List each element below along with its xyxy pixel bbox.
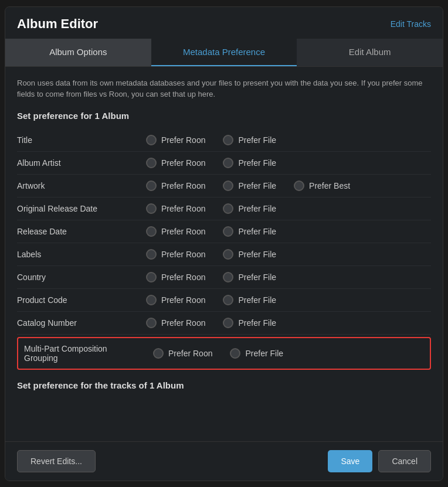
album-artist-file-radio[interactable] [223, 158, 233, 168]
modal-title: Album Editor [17, 16, 98, 32]
row-release-date-label: Release Date [17, 227, 146, 236]
multipart-file-radio[interactable] [230, 348, 240, 359]
row-artwork-label: Artwork [17, 181, 146, 190]
release-date-file-radio[interactable] [223, 226, 233, 237]
product-code-prefer-roon[interactable]: Prefer Roon [146, 295, 205, 305]
row-multipart-composition: Multi-Part CompositionGrouping Prefer Ro… [17, 337, 431, 370]
album-artist-roon-radio[interactable] [146, 158, 157, 168]
row-title-label: Title [17, 135, 146, 145]
row-album-artist-label: Album Artist [17, 158, 146, 168]
row-original-release-date-options: Prefer Roon Prefer File [146, 203, 276, 214]
title-roon-radio[interactable] [146, 135, 157, 145]
original-release-date-prefer-file[interactable]: Prefer File [223, 203, 276, 214]
album-artist-prefer-roon[interactable]: Prefer Roon [146, 158, 205, 168]
row-country: Country Prefer Roon Prefer File [17, 266, 431, 289]
cancel-button[interactable]: Cancel [378, 450, 431, 472]
row-product-code-options: Prefer Roon Prefer File [146, 295, 276, 305]
artwork-prefer-roon[interactable]: Prefer Roon [146, 181, 205, 191]
country-roon-radio[interactable] [146, 272, 157, 282]
labels-roon-radio[interactable] [146, 249, 157, 260]
row-country-options: Prefer Roon Prefer File [146, 272, 276, 282]
row-title-options: Prefer Roon Prefer File [146, 135, 276, 145]
row-original-release-date-label: Original Release Date [17, 204, 146, 213]
tab-metadata-preference[interactable]: Metadata Preference [151, 39, 297, 66]
row-catalog-number-options: Prefer Roon Prefer File [146, 318, 276, 328]
product-code-roon-radio[interactable] [146, 295, 157, 305]
content-area: Roon uses data from its own metadata dat… [5, 67, 443, 441]
footer-right-buttons: Save Cancel [328, 450, 431, 472]
artwork-roon-radio[interactable] [146, 181, 157, 191]
save-button[interactable]: Save [328, 450, 372, 472]
release-date-prefer-roon[interactable]: Prefer Roon [146, 226, 205, 237]
row-album-artist-options: Prefer Roon Prefer File [146, 158, 276, 168]
row-product-code: Product Code Prefer Roon Prefer File [17, 289, 431, 312]
section1-title: Set preference for 1 Album [17, 111, 431, 121]
row-labels: Labels Prefer Roon Prefer File [17, 243, 431, 266]
artwork-prefer-file[interactable]: Prefer File [223, 181, 276, 191]
row-multipart-options: Prefer Roon Prefer File [153, 348, 283, 359]
section2-title: Set preference for the tracks of 1 Album [17, 372, 431, 393]
labels-file-radio[interactable] [223, 249, 233, 260]
album-artist-prefer-file[interactable]: Prefer File [223, 158, 276, 168]
original-release-date-roon-radio[interactable] [146, 203, 157, 214]
row-release-date: Release Date Prefer Roon Prefer File [17, 220, 431, 243]
row-artwork-options: Prefer Roon Prefer File Prefer Best [146, 181, 350, 191]
product-code-file-radio[interactable] [223, 295, 233, 305]
row-artwork: Artwork Prefer Roon Prefer File Prefer B… [17, 175, 431, 197]
edit-tracks-link[interactable]: Edit Tracks [391, 19, 431, 29]
footer: Revert Edits... Save Cancel [5, 441, 443, 481]
catalog-number-file-radio[interactable] [223, 318, 233, 328]
row-country-label: Country [17, 273, 146, 282]
catalog-number-prefer-file[interactable]: Prefer File [223, 318, 276, 328]
title-prefer-roon[interactable]: Prefer Roon [146, 135, 205, 145]
row-product-code-label: Product Code [17, 295, 146, 305]
row-catalog-number: Catalog Number Prefer Roon Prefer File [17, 312, 431, 335]
row-catalog-number-label: Catalog Number [17, 318, 146, 328]
row-original-release-date: Original Release Date Prefer Roon Prefer… [17, 197, 431, 220]
tab-album-options[interactable]: Album Options [5, 39, 151, 66]
tab-edit-album[interactable]: Edit Album [297, 39, 443, 66]
row-multipart-label: Multi-Part CompositionGrouping [24, 344, 153, 363]
release-date-roon-radio[interactable] [146, 226, 157, 237]
catalog-number-prefer-roon[interactable]: Prefer Roon [146, 318, 205, 328]
title-prefer-file[interactable]: Prefer File [223, 135, 276, 145]
catalog-number-roon-radio[interactable] [146, 318, 157, 328]
row-labels-label: Labels [17, 250, 146, 259]
labels-prefer-file[interactable]: Prefer File [223, 249, 276, 260]
artwork-best-radio[interactable] [294, 181, 304, 191]
tab-bar: Album Options Metadata Preference Edit A… [5, 39, 443, 67]
row-release-date-options: Prefer Roon Prefer File [146, 226, 276, 237]
release-date-prefer-file[interactable]: Prefer File [223, 226, 276, 237]
original-release-date-prefer-roon[interactable]: Prefer Roon [146, 203, 205, 214]
revert-edits-button[interactable]: Revert Edits... [17, 450, 96, 472]
country-prefer-file[interactable]: Prefer File [223, 272, 276, 282]
row-album-artist: Album Artist Prefer Roon Prefer File [17, 152, 431, 175]
title-file-radio[interactable] [223, 135, 233, 145]
original-release-date-file-radio[interactable] [223, 203, 233, 214]
product-code-prefer-file[interactable]: Prefer File [223, 295, 276, 305]
country-prefer-roon[interactable]: Prefer Roon [146, 272, 205, 282]
description-text: Roon uses data from its own metadata dat… [17, 77, 431, 100]
modal-header: Album Editor Edit Tracks [5, 7, 443, 39]
country-file-radio[interactable] [223, 272, 233, 282]
row-labels-options: Prefer Roon Prefer File [146, 249, 276, 260]
multipart-roon-radio[interactable] [153, 348, 164, 359]
multipart-prefer-roon[interactable]: Prefer Roon [153, 348, 212, 359]
artwork-file-radio[interactable] [223, 181, 233, 191]
labels-prefer-roon[interactable]: Prefer Roon [146, 249, 205, 260]
row-title: Title Prefer Roon Prefer File [17, 129, 431, 152]
artwork-prefer-best[interactable]: Prefer Best [294, 181, 350, 191]
album-editor-modal: Album Editor Edit Tracks Album Options M… [5, 6, 443, 481]
multipart-prefer-file[interactable]: Prefer File [230, 348, 283, 359]
